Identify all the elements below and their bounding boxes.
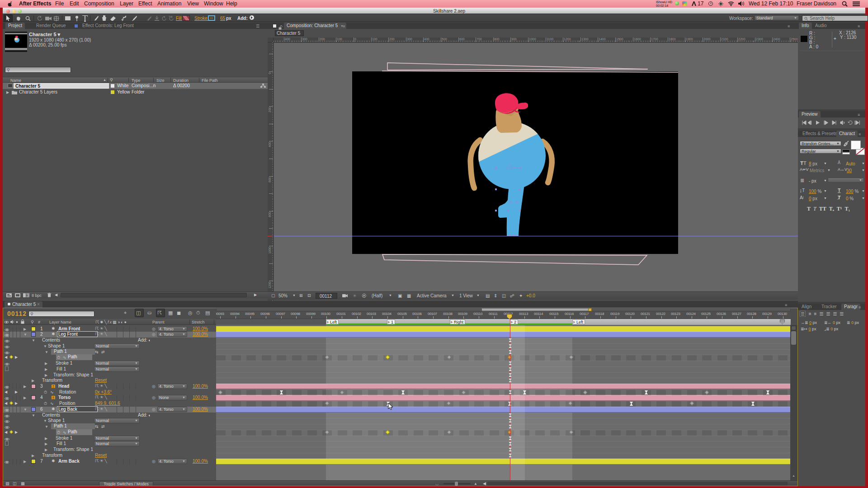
svg-text:x: x bbox=[26, 294, 28, 297]
